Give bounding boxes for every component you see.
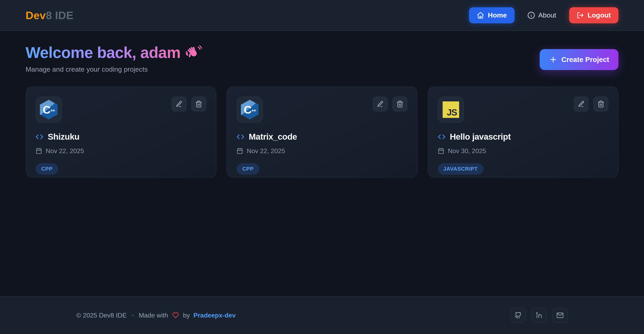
delete-project-button[interactable] [594, 97, 608, 111]
pencil-icon [176, 100, 183, 108]
made-with-text: Made with [139, 312, 168, 319]
hero-section: Welcome back, adam [26, 44, 618, 73]
copyright-text: © 2025 Dev8 IDE [76, 312, 126, 319]
pencil-icon [376, 100, 384, 108]
card-actions [574, 97, 608, 111]
project-card[interactable]: JS [428, 86, 618, 177]
project-language-icon-box: C++ [236, 97, 263, 123]
delete-project-button[interactable] [392, 97, 408, 111]
project-language-icon-box: C++ [36, 97, 62, 123]
calendar-icon [438, 148, 444, 154]
project-title-row: Shizuku [36, 132, 206, 142]
language-badge: CPP [236, 163, 259, 175]
pencil-icon [578, 100, 585, 108]
home-icon [477, 11, 484, 19]
home-button-label: Home [488, 11, 507, 19]
calendar-icon [236, 148, 243, 154]
project-card[interactable]: C++ [226, 86, 417, 177]
logout-icon [577, 12, 584, 19]
github-icon [514, 312, 522, 319]
logout-button[interactable]: Logout [569, 7, 618, 23]
project-name: Matrix_code [249, 132, 297, 142]
page-subtitle: Manage and create your coding projects [26, 65, 202, 73]
card-actions [373, 97, 408, 111]
plus-icon [549, 55, 558, 64]
code-icon [438, 133, 446, 141]
project-date-row: Nov 22, 2025 [36, 147, 206, 155]
project-date: Nov 22, 2025 [46, 147, 84, 155]
logo-primary: Dev [26, 9, 46, 21]
project-name: Shizuku [48, 132, 80, 142]
project-title-row: Matrix_code [236, 132, 407, 142]
language-badge: JAVASCRIPT [438, 163, 484, 175]
nav-actions: Home About Logout [469, 7, 619, 23]
welcome-heading: Welcome back, adam [26, 44, 181, 61]
project-card[interactable]: C++ [26, 86, 216, 177]
main-content: Welcome back, adam [0, 31, 644, 296]
github-button[interactable] [510, 308, 526, 323]
delete-project-button[interactable] [191, 97, 206, 111]
social-links [510, 308, 568, 323]
card-header: JS [438, 97, 608, 123]
card-header: C++ [36, 97, 206, 123]
about-link[interactable]: About [526, 11, 558, 19]
language-badge: CPP [36, 163, 58, 175]
logout-button-label: Logout [588, 11, 611, 19]
project-date: Nov 30, 2025 [448, 147, 486, 155]
waving-hand-icon [186, 45, 202, 60]
author-link[interactable]: Pradeepx-dev [194, 312, 236, 319]
footer-credits: © 2025 Dev8 IDE • Made with by Pradeepx-… [76, 312, 236, 319]
heart-icon [172, 312, 179, 319]
trash-icon [396, 100, 404, 108]
projects-grid: C++ [26, 86, 618, 177]
project-name: Hello javascript [450, 132, 511, 142]
create-project-button[interactable]: Create Project [540, 49, 618, 70]
logo-secondary: 8 IDE [46, 9, 74, 21]
cpp-logo-icon: C++ [241, 100, 258, 119]
info-icon [528, 11, 535, 19]
email-button[interactable] [552, 308, 568, 323]
card-header: C++ [236, 97, 407, 123]
javascript-logo-icon: JS [442, 101, 459, 118]
project-date-row: Nov 30, 2025 [438, 147, 608, 155]
project-language-icon-box: JS [438, 97, 464, 123]
footer-content: © 2025 Dev8 IDE • Made with by Pradeepx-… [76, 308, 568, 323]
edit-project-button[interactable] [574, 97, 588, 111]
about-link-label: About [538, 11, 556, 19]
navbar: Dev8 IDE Home About Logout [0, 0, 644, 31]
code-icon [36, 133, 43, 141]
project-date: Nov 22, 2025 [247, 147, 285, 155]
home-button[interactable]: Home [469, 7, 514, 23]
cpp-logo-letter: C [244, 104, 252, 115]
hero-text: Welcome back, adam [26, 44, 202, 73]
cpp-logo-letter: C [43, 104, 50, 115]
separator-dot: • [132, 313, 133, 318]
card-actions [172, 97, 206, 111]
cpp-logo-icon: C++ [40, 100, 58, 119]
page-title: Welcome back, adam [26, 44, 202, 61]
edit-project-button[interactable] [172, 97, 186, 111]
by-text: by [183, 312, 190, 319]
calendar-icon [36, 148, 42, 154]
cpp-logo-plusplus: ++ [251, 108, 256, 113]
footer: © 2025 Dev8 IDE • Made with by Pradeepx-… [0, 296, 644, 334]
app-logo: Dev8 IDE [26, 9, 74, 21]
linkedin-icon [536, 312, 543, 319]
trash-icon [195, 100, 202, 108]
create-project-label: Create Project [562, 55, 609, 64]
cpp-logo-plusplus: ++ [50, 108, 55, 113]
project-title-row: Hello javascript [438, 132, 608, 142]
linkedin-button[interactable] [532, 308, 547, 323]
code-icon [236, 133, 244, 141]
trash-icon [597, 100, 604, 108]
project-date-row: Nov 22, 2025 [236, 147, 407, 155]
mail-icon [556, 312, 564, 319]
edit-project-button[interactable] [373, 97, 388, 111]
